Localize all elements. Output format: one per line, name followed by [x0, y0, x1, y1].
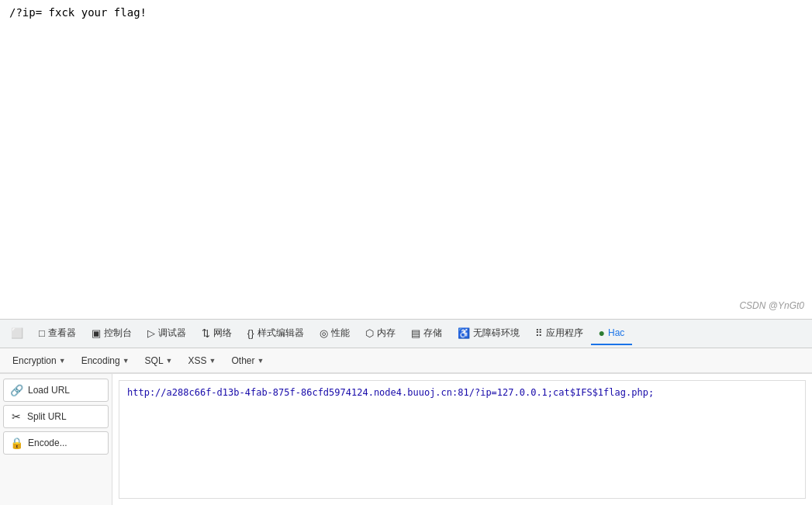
network-tab-label: 网络 — [213, 327, 232, 340]
encode-label: Encode... — [28, 438, 67, 448]
load-url-label: Load URL — [28, 385, 70, 396]
accessibility-tab-label: 无障碍环境 — [473, 327, 520, 340]
devtools-tab-app[interactable]: ⠿ 应用程序 — [527, 322, 591, 346]
right-content: http://a288c66f-d13b-4fab-875f-86cfd5974… — [112, 374, 812, 505]
devtools-tab-hack[interactable]: ● Hac — [591, 322, 633, 345]
network-tab-icon: ⇅ — [202, 327, 210, 339]
left-sidebar: 🔗 Load URL ✂ Split URL 🔒 Encode... — [0, 374, 112, 505]
load-url-button[interactable]: 🔗 Load URL — [3, 379, 109, 402]
hack-tab-icon: ● — [599, 327, 605, 339]
devtools-tab-inspector[interactable]: □ 查看器 — [31, 322, 84, 346]
devtools-tab-performance[interactable]: ◎ 性能 — [312, 322, 358, 346]
devtools-tab-console[interactable]: ▣ 控制台 — [84, 322, 140, 346]
split-url-button[interactable]: ✂ Split URL — [3, 405, 109, 428]
encryption-label: Encryption — [12, 355, 57, 366]
devtools-tab-accessibility[interactable]: ♿ 无障碍环境 — [450, 322, 527, 346]
app-tab-icon: ⠿ — [535, 327, 543, 339]
other-label: Other — [231, 355, 254, 366]
split-url-label: Split URL — [27, 411, 67, 422]
sql-label: SQL — [145, 355, 164, 366]
style-editor-tab-icon: {} — [247, 327, 254, 339]
split-url-icon: ✂ — [10, 410, 22, 423]
inspector-tab-icon: □ — [39, 327, 45, 339]
inspector-icon: ⬜ — [11, 327, 23, 339]
console-tab-label: 控制台 — [104, 327, 132, 340]
watermark: CSDN @YnGt0 — [739, 300, 804, 311]
memory-tab-icon: ⬡ — [365, 327, 374, 339]
encryption-dropdown[interactable]: Encryption ▼ — [6, 353, 72, 368]
storage-tab-label: 存储 — [423, 327, 442, 340]
accessibility-tab-icon: ♿ — [458, 327, 470, 339]
bottom-panel: 🔗 Load URL ✂ Split URL 🔒 Encode... http:… — [0, 373, 812, 505]
page-response-text: /?ip= fxck your flag! — [9, 6, 147, 19]
devtools-tab-memory[interactable]: ⬡ 内存 — [358, 322, 403, 346]
toolbar-row: Encryption ▼ Encoding ▼ SQL ▼ XSS ▼ Othe… — [0, 348, 812, 373]
encode-icon: 🔒 — [10, 437, 23, 449]
app-tab-label: 应用程序 — [546, 327, 583, 340]
encoding-label: Encoding — [81, 355, 120, 366]
encryption-dropdown-arrow: ▼ — [59, 357, 66, 365]
storage-tab-icon: ▤ — [411, 327, 420, 339]
url-input-box[interactable]: http://a288c66f-d13b-4fab-875f-86cfd5974… — [119, 380, 806, 499]
debugger-tab-label: 调试器 — [158, 327, 186, 340]
devtools-bar: ⬜ □ 查看器 ▣ 控制台 ▷ 调试器 ⇅ 网络 {} 样式编辑器 ◎ 性能 ⬡… — [0, 319, 812, 348]
other-dropdown-arrow: ▼ — [257, 357, 264, 365]
devtools-tab-inspector-icon[interactable]: ⬜ — [3, 323, 31, 345]
sql-dropdown-arrow: ▼ — [166, 357, 173, 365]
devtools-tab-network[interactable]: ⇅ 网络 — [194, 322, 240, 346]
encoding-dropdown-arrow: ▼ — [123, 357, 130, 365]
xss-dropdown[interactable]: XSS ▼ — [182, 353, 223, 368]
performance-tab-icon: ◎ — [320, 327, 328, 339]
sql-dropdown[interactable]: SQL ▼ — [139, 353, 179, 368]
hack-tab-label: Hac — [608, 327, 624, 338]
main-content: /?ip= fxck your flag! CSDN @YnGt0 — [0, 0, 812, 319]
devtools-tab-style-editor[interactable]: {} 样式编辑器 — [240, 322, 312, 346]
other-dropdown[interactable]: Other ▼ — [225, 353, 270, 368]
inspector-tab-label: 查看器 — [48, 327, 76, 340]
debugger-tab-icon: ▷ — [147, 327, 155, 339]
xss-dropdown-arrow: ▼ — [209, 357, 216, 365]
devtools-tab-debugger[interactable]: ▷ 调试器 — [140, 322, 194, 346]
encoding-dropdown[interactable]: Encoding ▼ — [75, 353, 136, 368]
style-editor-tab-label: 样式编辑器 — [257, 327, 304, 340]
load-url-icon: 🔗 — [10, 384, 23, 396]
devtools-tab-storage[interactable]: ▤ 存储 — [403, 322, 450, 346]
memory-tab-label: 内存 — [377, 327, 396, 340]
console-tab-icon: ▣ — [92, 327, 101, 339]
xss-label: XSS — [188, 355, 207, 366]
performance-tab-label: 性能 — [331, 327, 350, 340]
encode-button[interactable]: 🔒 Encode... — [3, 431, 109, 455]
